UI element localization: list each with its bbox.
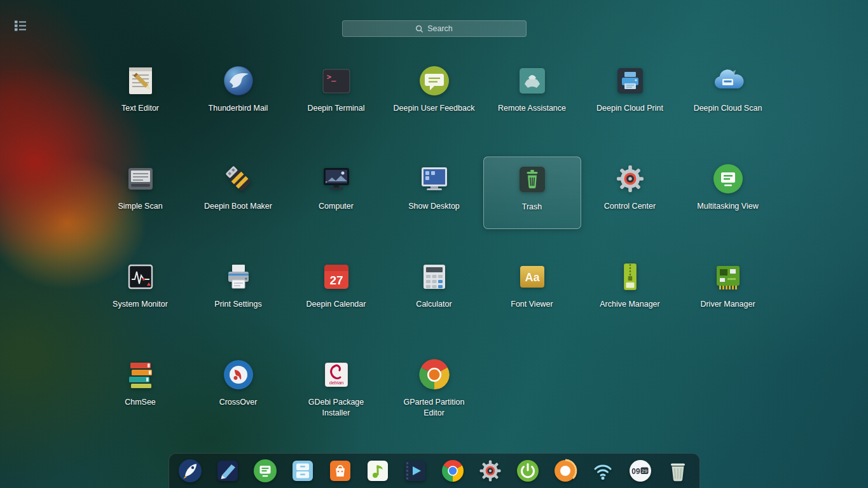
app-deepin-calendar[interactable]: 27 Deepin Calendar <box>287 254 385 327</box>
svg-text:>_: >_ <box>327 73 336 82</box>
driver-manager-icon <box>712 260 745 293</box>
app-control-center[interactable]: Control Center <box>581 157 679 229</box>
app-label: Print Settings <box>214 299 261 310</box>
thunderbird-icon <box>222 64 255 97</box>
app-driver-manager[interactable]: Driver Manager <box>679 254 777 327</box>
crossover-icon <box>222 358 255 391</box>
multitasking-view-icon <box>252 458 278 484</box>
app-chmsee[interactable]: ChmSee <box>92 352 189 425</box>
app-label: Font Viewer <box>511 299 553 310</box>
gdebi-icon: debian <box>320 358 353 391</box>
power-icon <box>515 458 541 484</box>
dock-app-store[interactable] <box>327 458 353 484</box>
chmsee-icon <box>124 358 157 391</box>
app-thunderbird-mail[interactable]: Thunderbird Mail <box>189 59 287 131</box>
app-system-monitor[interactable]: System Monitor <box>92 254 189 327</box>
orange-ring-icon <box>553 458 578 484</box>
clock-icon: 0929 <box>628 458 653 484</box>
font-viewer-icon: Aa <box>516 260 549 293</box>
app-label: Deepin Calendar <box>307 299 366 310</box>
app-computer[interactable]: Computer <box>287 157 385 229</box>
app-label: Deepin Boot Maker <box>204 201 272 212</box>
app-label: GParted Partition Editor <box>394 397 475 419</box>
dock-chrome-browser[interactable] <box>440 458 465 484</box>
dock-movie[interactable] <box>403 458 428 484</box>
launcher-list-mode-toggle[interactable] <box>13 18 27 32</box>
cloud-print-icon <box>614 64 647 97</box>
app-label: Multitasking View <box>697 201 758 212</box>
app-calculator[interactable]: Calculator <box>385 254 483 327</box>
app-deepin-terminal[interactable]: >_ Deepin Terminal <box>287 59 385 131</box>
remote-assistance-icon <box>516 64 549 97</box>
app-crossover[interactable]: CrossOver <box>189 352 287 425</box>
archive-manager-icon <box>614 260 647 293</box>
chrome-icon <box>440 458 465 484</box>
app-store-icon <box>327 458 353 484</box>
svg-text:debian: debian <box>329 380 343 386</box>
dock-trash-basket[interactable] <box>665 458 691 484</box>
app-label: Text Editor <box>121 103 159 114</box>
app-deepin-cloud-print[interactable]: Deepin Cloud Print <box>581 59 679 131</box>
svg-text:09: 09 <box>631 467 640 476</box>
app-label: Simple Scan <box>118 201 162 212</box>
app-label: Remote Assistance <box>498 103 566 114</box>
dock-multitasking-view[interactable] <box>252 458 278 484</box>
app-label: Archive Manager <box>600 299 660 310</box>
svg-text:29: 29 <box>642 468 647 474</box>
app-text-editor[interactable]: Text Editor <box>92 59 189 131</box>
search-placeholder: Search <box>427 24 453 33</box>
file-cabinet-icon <box>290 458 315 484</box>
app-deepin-cloud-scan[interactable]: Deepin Cloud Scan <box>679 59 777 131</box>
control-center-gear-icon <box>478 458 503 484</box>
app-print-settings[interactable]: Print Settings <box>189 254 287 327</box>
dock-control-center[interactable] <box>478 458 503 484</box>
app-grid-row-2: Simple Scan Deepin Boot Maker Computer S… <box>92 157 777 229</box>
show-desktop-icon <box>418 162 451 195</box>
app-simple-scan[interactable]: Simple Scan <box>92 157 189 229</box>
multitasking-view-icon <box>712 162 745 195</box>
app-label: ChmSee <box>125 397 156 408</box>
dock-deepin-ring[interactable] <box>553 458 578 484</box>
svg-text:27: 27 <box>329 274 343 287</box>
app-label: System Monitor <box>113 299 168 310</box>
app-label: Control Center <box>604 201 656 212</box>
app-show-desktop[interactable]: Show Desktop <box>385 157 483 229</box>
app-font-viewer[interactable]: Aa Font Viewer <box>483 254 581 327</box>
search-input[interactable]: Search <box>342 20 527 37</box>
app-deepin-boot-maker[interactable]: Deepin Boot Maker <box>189 157 287 229</box>
dock-launcher[interactable] <box>177 458 203 484</box>
app-archive-manager[interactable]: Archive Manager <box>581 254 679 327</box>
dock-clock[interactable]: 0929 <box>628 458 653 484</box>
trash-icon <box>516 163 549 196</box>
app-gdebi-package-installer[interactable]: debian GDebi Package Installer <box>287 352 385 425</box>
dock-file-manager[interactable] <box>215 458 240 484</box>
calendar-icon: 27 <box>320 260 353 293</box>
app-label: Thunderbird Mail <box>209 103 268 114</box>
file-manager-icon <box>215 458 240 484</box>
app-deepin-user-feedback[interactable]: Deepin User Feedback <box>385 59 483 131</box>
app-remote-assistance[interactable]: Remote Assistance <box>483 59 581 131</box>
launcher-rocket-icon <box>177 458 203 484</box>
cloud-scan-icon <box>712 64 745 97</box>
app-label: Deepin Cloud Scan <box>694 103 762 114</box>
dock-file-cabinet[interactable] <box>290 458 315 484</box>
dock-power[interactable] <box>515 458 541 484</box>
app-grid: Text Editor Thunderbird Mail >_ Deepin T… <box>92 59 777 450</box>
app-trash[interactable]: Trash <box>483 157 581 229</box>
app-label: Trash <box>522 202 542 213</box>
app-multitasking-view[interactable]: Multitasking View <box>679 157 777 229</box>
app-grid-row-4: ChmSee CrossOver debian GDebi Package In… <box>92 352 777 425</box>
dock-music[interactable] <box>365 458 390 484</box>
terminal-icon: >_ <box>320 64 353 97</box>
app-label: Deepin Cloud Print <box>596 103 663 114</box>
music-icon <box>365 458 390 484</box>
app-label: Deepin User Feedback <box>394 103 475 114</box>
print-settings-icon <box>222 260 255 293</box>
feedback-icon <box>418 64 451 97</box>
app-label: Computer <box>319 201 354 212</box>
app-label: Show Desktop <box>408 201 460 212</box>
app-gparted-partition-editor[interactable]: GParted Partition Editor <box>385 352 483 425</box>
dock-wifi-network[interactable] <box>590 458 616 484</box>
dock: 0929 <box>169 453 700 488</box>
svg-text:Aa: Aa <box>525 271 540 284</box>
